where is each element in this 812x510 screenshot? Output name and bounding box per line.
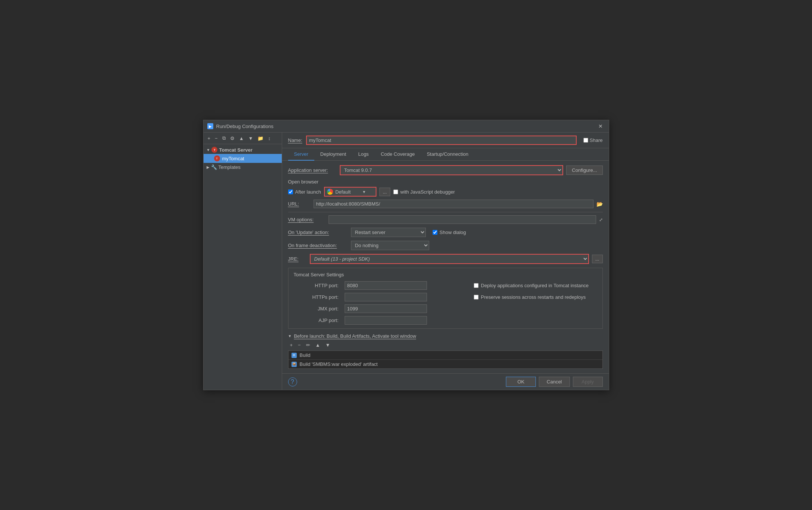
dialog-content: + − ⧉ ⚙ ▲ ▼ 📁 ↕ ▼ T Tomcat Server T — [204, 133, 609, 390]
artifact-icon: 📦 — [291, 362, 297, 367]
dialog-title: Run/Debug Configurations — [216, 124, 593, 129]
tomcat-settings-title: Tomcat Server Settings — [294, 272, 597, 277]
before-launch-collapse-button[interactable]: ▼ — [288, 334, 292, 338]
name-label: Name: — [288, 137, 302, 143]
after-launch-checkbox-label[interactable]: After launch — [288, 189, 321, 195]
show-dialog-checkbox[interactable] — [433, 230, 437, 235]
right-panel: Name: Share Server Deployment Logs Code … — [282, 133, 609, 390]
my-tomcat-label: myTomcat — [222, 156, 244, 161]
share-area: Share — [583, 137, 603, 143]
configure-button[interactable]: Configure... — [566, 166, 602, 175]
my-tomcat-icon: T — [214, 155, 220, 161]
remove-config-button[interactable]: − — [213, 134, 220, 142]
move-down-button[interactable]: ▼ — [247, 134, 255, 142]
js-debugger-checkbox[interactable] — [393, 189, 398, 194]
show-dialog-text: Show dialog — [440, 230, 466, 235]
share-label: Share — [590, 137, 603, 143]
my-tomcat-item[interactable]: T myTomcat — [204, 154, 282, 163]
cancel-button[interactable]: Cancel — [539, 377, 570, 387]
js-debugger-label: with JavaScript debugger — [393, 189, 455, 195]
left-toolbar: + − ⧉ ⚙ ▲ ▼ 📁 ↕ — [204, 133, 282, 144]
apply-button[interactable]: Apply — [573, 377, 603, 387]
deploy-label: Deploy applications configured in Tomcat… — [481, 283, 589, 288]
url-label: URL: — [288, 201, 311, 207]
tab-deployment[interactable]: Deployment — [314, 148, 352, 161]
port-grid: HTTP port: Deploy applications configure… — [294, 281, 597, 325]
on-update-select[interactable]: Restart server Redeploy Do nothing — [351, 228, 426, 237]
sort-button[interactable]: ↕ — [266, 134, 272, 142]
preserve-sessions-text: Preserve sessions across restarts and re… — [481, 294, 586, 300]
move-up-button[interactable]: ▲ — [237, 134, 246, 142]
open-browser-label: Open browser — [288, 179, 603, 185]
tomcat-server-label: Tomcat Server — [219, 147, 252, 153]
build-item-label: Build — [300, 352, 311, 358]
on-frame-select[interactable]: Do nothing Update classes and resources … — [351, 241, 429, 250]
before-launch-toolbar: + − ✏ ▲ ▼ — [288, 341, 603, 349]
jre-select[interactable]: Default (13 - project SDK) — [310, 254, 589, 264]
before-launch-label: Before launch: Build, Build Artifacts, A… — [294, 333, 416, 339]
url-input[interactable] — [314, 200, 593, 208]
chevron-down-icon: ▼ — [207, 148, 210, 152]
url-folder-button[interactable]: 📂 — [596, 201, 603, 207]
js-debugger-text: with JavaScript debugger — [400, 189, 455, 195]
before-launch-list: ⚙ Build 📦 Build 'SMBMS:war exploded' art… — [288, 350, 603, 369]
before-launch-item-artifact[interactable]: 📦 Build 'SMBMS:war exploded' artifact — [289, 360, 602, 368]
chevron-right-icon: ▶ — [207, 165, 210, 169]
on-frame-row: On frame deactivation: Do nothing Update… — [288, 241, 603, 250]
browser-select-box[interactable]: Default ▼ — [324, 187, 376, 197]
open-browser-row: After launch Default ▼ ... with JavaScri… — [288, 187, 603, 197]
deploy-checkbox[interactable] — [474, 283, 479, 288]
after-launch-label: After launch — [295, 189, 321, 195]
preserve-sessions-checkbox[interactable] — [474, 295, 479, 300]
ajp-port-label: AJP port: — [294, 318, 339, 323]
jre-browse-button[interactable]: ... — [592, 255, 603, 263]
on-update-row: On 'Update' action: Restart server Redep… — [288, 228, 603, 237]
add-config-button[interactable]: + — [206, 134, 213, 142]
before-launch-remove-button[interactable]: − — [296, 341, 303, 349]
after-launch-checkbox[interactable] — [288, 189, 293, 194]
preserve-sessions-label: Preserve sessions across restarts and re… — [474, 294, 597, 300]
jmx-port-input[interactable] — [345, 304, 427, 313]
jre-row: JRE: Default (13 - project SDK) ... — [288, 254, 603, 264]
copy-config-button[interactable]: ⧉ — [220, 134, 228, 142]
browser-dropdown-icon: ▼ — [362, 190, 366, 194]
on-frame-label: On frame deactivation: — [288, 243, 348, 248]
app-server-row: Application server: Tomcat 9.0.7 Configu… — [288, 165, 603, 175]
before-launch-up-button[interactable]: ▲ — [314, 341, 322, 349]
folder-button[interactable]: 📁 — [256, 134, 265, 142]
before-launch-section: ▼ Before launch: Build, Build Artifacts,… — [288, 333, 603, 369]
vm-expand-button[interactable]: ⤢ — [599, 217, 603, 222]
tab-startup-connection[interactable]: Startup/Connection — [421, 148, 474, 161]
templates-item[interactable]: ▶ 🔧 Templates — [204, 163, 282, 171]
vm-options-label: VM options: — [288, 217, 326, 222]
browser-value: Default — [335, 189, 351, 195]
vm-options-row: VM options: ⤢ — [288, 215, 603, 224]
close-button[interactable]: ✕ — [596, 122, 605, 130]
vm-options-input[interactable] — [329, 215, 596, 224]
tab-server[interactable]: Server — [288, 148, 314, 161]
ajp-port-input[interactable] — [345, 316, 427, 325]
tab-logs[interactable]: Logs — [352, 148, 375, 161]
ok-button[interactable]: OK — [506, 377, 536, 387]
tab-code-coverage[interactable]: Code Coverage — [375, 148, 421, 161]
https-port-input[interactable] — [345, 293, 427, 301]
app-server-label: Application server: — [288, 167, 337, 173]
name-row: Name: Share — [282, 133, 609, 148]
before-launch-add-button[interactable]: + — [288, 341, 295, 349]
http-port-input[interactable] — [345, 281, 427, 290]
browser-browse-button[interactable]: ... — [379, 188, 390, 196]
tomcat-server-icon: T — [211, 147, 217, 153]
app-server-select[interactable]: Tomcat 9.0.7 — [340, 165, 564, 175]
run-debug-dialog: ▶ Run/Debug Configurations ✕ + − ⧉ ⚙ ▲ ▼… — [203, 120, 609, 390]
help-button[interactable]: ? — [288, 377, 297, 386]
before-launch-edit-button[interactable]: ✏ — [304, 341, 312, 349]
before-launch-down-button[interactable]: ▼ — [324, 341, 332, 349]
url-row: URL: 📂 — [288, 200, 603, 208]
before-launch-item-build[interactable]: ⚙ Build — [289, 351, 602, 360]
share-checkbox[interactable] — [583, 138, 588, 143]
chrome-icon — [327, 189, 333, 195]
tomcat-server-group-header[interactable]: ▼ T Tomcat Server — [204, 146, 282, 154]
before-launch-header: ▼ Before launch: Build, Build Artifacts,… — [288, 333, 603, 339]
settings-config-button[interactable]: ⚙ — [228, 134, 236, 142]
name-input[interactable] — [306, 136, 577, 145]
